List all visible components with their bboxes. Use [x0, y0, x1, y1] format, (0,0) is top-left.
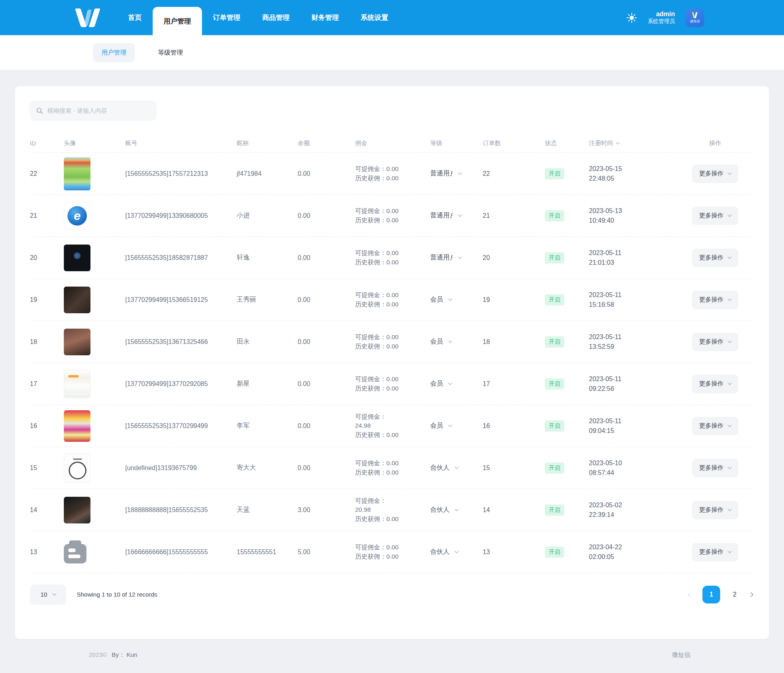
- page: 首页 用户管理 订单管理 商品管理 财务管理 系统设置 admin 系统管理员: [0, 0, 784, 673]
- prev-page-icon[interactable]: [687, 593, 692, 596]
- cell-order-count: 13: [483, 549, 545, 556]
- cell-user-id: 20: [30, 254, 64, 262]
- search-box: [30, 101, 156, 120]
- cell-balance: 0.00: [298, 170, 355, 177]
- level-dropdown[interactable]: 普通用户: [430, 211, 483, 220]
- cell-nickname: 李军: [237, 422, 298, 430]
- more-actions-button[interactable]: 更多操作: [692, 249, 738, 267]
- more-actions-button[interactable]: 更多操作: [692, 375, 738, 393]
- more-actions-label: 更多操作: [699, 464, 723, 472]
- cell-account: [13770299499]15366519125: [125, 296, 237, 304]
- registration-clock: 21:01:03: [589, 258, 676, 267]
- cell-order-count: 18: [483, 338, 545, 346]
- page-size-select[interactable]: 10: [30, 584, 66, 605]
- cell-registration-time: 2023-05-11 15:16:58: [589, 290, 676, 309]
- cell-user-id: 14: [30, 506, 64, 514]
- level-dropdown[interactable]: 合伙人: [430, 548, 483, 556]
- cell-order-count: 21: [483, 212, 545, 219]
- next-page-icon[interactable]: [749, 593, 754, 596]
- more-actions-button[interactable]: 更多操作: [692, 333, 738, 351]
- more-actions-button[interactable]: 更多操作: [692, 417, 738, 435]
- level-dropdown[interactable]: 会员: [430, 380, 483, 388]
- chevron-down-icon: [455, 507, 459, 511]
- chevron-down-icon: [728, 297, 732, 301]
- registration-clock: 02:00:05: [589, 552, 676, 561]
- status-badge: 开启: [545, 210, 564, 222]
- nav-item-order-management[interactable]: 订单管理: [202, 0, 251, 35]
- more-actions-button[interactable]: 更多操作: [692, 459, 738, 477]
- nav-item-system-settings[interactable]: 系统设置: [350, 0, 399, 35]
- cell-user-id: 18: [30, 338, 64, 346]
- top-navbar: 首页 用户管理 订单管理 商品管理 财务管理 系统设置 admin 系统管理员: [0, 0, 784, 35]
- level-dropdown[interactable]: 会员: [430, 295, 483, 304]
- cell-registration-time: 2023-05-11 13:52:59: [589, 332, 676, 351]
- registration-clock: 09:22:56: [589, 384, 676, 393]
- subtab-level-management[interactable]: 等级管理: [149, 43, 191, 62]
- registration-clock: 22:48:05: [589, 174, 676, 183]
- nav-item-product-management[interactable]: 商品管理: [251, 0, 301, 35]
- cell-commission: 可提佣金：0.00历史获佣：0.00: [355, 249, 430, 267]
- column-header-level: 等级: [430, 139, 483, 147]
- current-user-name: admin: [648, 10, 675, 18]
- level-dropdown[interactable]: 会员: [430, 422, 483, 430]
- nav-item-finance-management[interactable]: 财务管理: [301, 0, 350, 35]
- level-dropdown[interactable]: 合伙人: [430, 506, 483, 514]
- level-dropdown[interactable]: 普通用户: [430, 169, 483, 178]
- column-header-account: 账号: [125, 139, 237, 147]
- nav-item-home[interactable]: 首页: [117, 0, 153, 35]
- page-button-1[interactable]: 1: [702, 586, 720, 603]
- page-button-2[interactable]: 2: [731, 591, 739, 598]
- cell-user-id: 16: [30, 422, 64, 430]
- more-actions-label: 更多操作: [699, 422, 723, 430]
- cell-status: 开启: [545, 294, 589, 306]
- more-actions-label: 更多操作: [699, 170, 723, 177]
- more-actions-button[interactable]: 更多操作: [692, 165, 738, 183]
- more-actions-button[interactable]: 更多操作: [692, 543, 738, 561]
- telecom-logo-avatar: [64, 203, 90, 229]
- cell-registration-time: 2023-04-22 02:00:05: [589, 542, 676, 561]
- more-actions-button[interactable]: 更多操作: [692, 501, 738, 519]
- registration-clock: 08:57:44: [589, 468, 676, 477]
- cell-avatar: [64, 497, 125, 523]
- level-value: 会员: [430, 338, 443, 346]
- level-value: 普通用户: [430, 253, 453, 262]
- registration-date: 2023-05-11: [589, 374, 676, 384]
- level-value: 会员: [430, 380, 443, 388]
- cell-avatar: [64, 203, 125, 229]
- cell-status: 开启: [545, 210, 589, 222]
- more-actions-button[interactable]: 更多操作: [692, 207, 738, 225]
- subtab-user-management[interactable]: 用户管理: [93, 43, 135, 62]
- status-badge: 开启: [545, 168, 564, 179]
- cell-registration-time: 2023-05-11 21:01:03: [589, 248, 676, 267]
- level-dropdown[interactable]: 合伙人: [430, 464, 483, 472]
- more-actions-button[interactable]: 更多操作: [692, 291, 738, 309]
- user-avatar[interactable]: 微短信: [685, 8, 704, 27]
- column-header-nickname: 昵称: [237, 139, 298, 147]
- registration-date: 2023-05-13: [589, 206, 676, 215]
- cell-commission: 可提佣金：0.00历史获佣：0.00: [355, 165, 430, 183]
- more-actions-label: 更多操作: [699, 548, 723, 556]
- cell-status: 开启: [545, 504, 589, 516]
- cell-balance: 0.00: [298, 422, 355, 430]
- cell-actions: 更多操作: [676, 375, 754, 393]
- cell-balance: 0.00: [298, 296, 355, 304]
- column-header-regtime-sort[interactable]: 注册时间: [589, 139, 676, 147]
- cell-actions: 更多操作: [676, 417, 754, 435]
- meme-sticker-avatar: [64, 453, 90, 483]
- app-logo-icon: [78, 8, 97, 27]
- records-summary: Showing 1 to 10 of 12 records: [77, 591, 157, 598]
- column-header-commission: 佣金: [355, 139, 430, 147]
- cell-status: 开启: [545, 462, 589, 474]
- table-row: 18 [15655552535]13671325466 田永 0.00 可提佣金…: [30, 321, 754, 363]
- table-row: 17 [13770299499]13770292085 新星 0.00 可提佣金…: [30, 363, 754, 405]
- theme-toggle-sun-icon[interactable]: [626, 12, 637, 23]
- chevron-down-icon: [448, 297, 452, 301]
- nav-item-user-management[interactable]: 用户管理: [153, 7, 202, 35]
- level-value: 合伙人: [430, 548, 450, 556]
- cell-commission: 可提佣金：0.00历史获佣：0.00: [355, 291, 430, 309]
- cell-status: 开启: [545, 252, 589, 264]
- table-row: 14 [18888888888]15655552535 天蓝 3.00 可提佣金…: [30, 489, 754, 531]
- search-input[interactable]: [47, 107, 150, 114]
- level-dropdown[interactable]: 普通用户: [430, 253, 483, 262]
- level-dropdown[interactable]: 会员: [430, 338, 483, 346]
